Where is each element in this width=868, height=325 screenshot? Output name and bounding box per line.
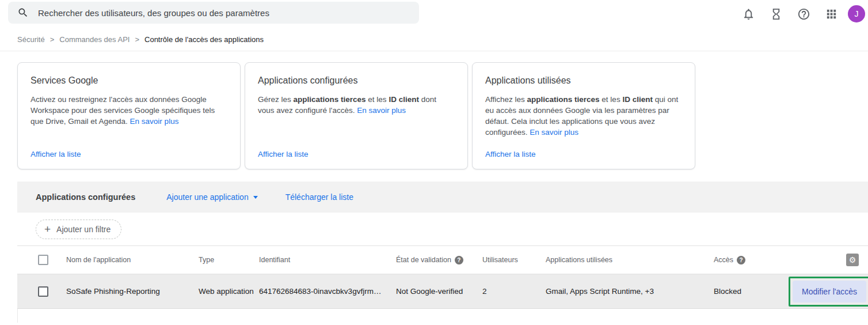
apps-grid-icon[interactable] xyxy=(817,2,845,25)
column-header-label: État de validation xyxy=(396,256,451,264)
download-list-link[interactable]: Télécharger la liste xyxy=(285,192,353,202)
add-filter-chip[interactable]: + Ajouter un filtre xyxy=(36,220,121,239)
card-configured-apps: Applications configurées Gérez les appli… xyxy=(245,62,468,169)
notifications-bell-icon[interactable] xyxy=(734,2,762,25)
learn-more-link[interactable]: En savoir plus xyxy=(530,128,578,137)
card-body: Activez ou restreignez l'accès aux donné… xyxy=(31,94,227,127)
card-body: Affichez les applications tierces et les… xyxy=(485,94,682,138)
account-avatar[interactable]: J xyxy=(845,2,868,25)
learn-more-link[interactable]: En savoir plus xyxy=(130,117,179,126)
annotation-highlight-box: Modifier l'accès xyxy=(789,277,868,307)
learn-more-link[interactable]: En savoir plus xyxy=(357,106,406,115)
info-cards: Services Google Activez ou restreignez l… xyxy=(17,62,695,169)
column-header-type[interactable]: Type xyxy=(199,256,259,264)
column-header-name[interactable]: Nom de l'application xyxy=(66,256,199,264)
chevron-down-icon xyxy=(253,196,258,199)
configured-apps-table: Applications configurées Ajouter une app… xyxy=(17,182,868,325)
topbar-actions: J xyxy=(734,2,868,25)
card-body-bold: ID client xyxy=(389,95,419,104)
cell-client-id: 641762684683-0inavcbkv3gvfjrm… xyxy=(259,287,396,296)
plus-icon: + xyxy=(44,224,51,235)
column-header-validation[interactable]: État de validation ? xyxy=(396,256,482,264)
search-bar[interactable] xyxy=(8,2,419,24)
help-icon[interactable] xyxy=(790,2,817,25)
cell-access-status: Blocked xyxy=(714,287,789,296)
breadcrumb-api-controls[interactable]: Commandes des API xyxy=(59,35,130,44)
pending-tasks-hourglass-icon[interactable] xyxy=(762,2,790,25)
cell-app-name: SoSafe Phishing-Reporting xyxy=(66,287,199,296)
row-checkbox[interactable] xyxy=(38,286,48,297)
card-body-text: Affichez les xyxy=(485,95,527,104)
cell-users-count: 2 xyxy=(482,287,546,296)
card-title: Applications configurées xyxy=(258,75,455,86)
cell-validation-status: Not Google-verified xyxy=(396,287,482,296)
add-application-dropdown[interactable]: Ajouter une application xyxy=(166,192,257,202)
table-title: Applications configurées xyxy=(36,192,135,202)
view-list-link[interactable]: Afficher la liste xyxy=(31,150,227,158)
column-header-apps[interactable]: Applications utilisées xyxy=(546,256,714,264)
column-header-label: Accès xyxy=(714,256,733,264)
breadcrumb-current-page: Contrôle de l'accès des applications xyxy=(144,35,264,44)
add-filter-label: Ajouter un filtre xyxy=(56,225,111,234)
validation-help-icon[interactable]: ? xyxy=(455,256,463,264)
card-body-bold: ID client xyxy=(622,95,653,104)
table-header-bar: Applications configurées Ajouter une app… xyxy=(17,182,868,213)
column-header-id[interactable]: Identifiant xyxy=(259,256,396,264)
table-column-headers: Nom de l'application Type Identifiant Ét… xyxy=(17,246,868,274)
search-input[interactable] xyxy=(37,7,410,18)
column-header-users[interactable]: Utilisateurs xyxy=(482,256,546,264)
filter-row: + Ajouter un filtre xyxy=(17,213,868,246)
card-body-bold: applications tierces xyxy=(527,95,600,104)
modify-access-button[interactable]: Modifier l'accès xyxy=(793,281,866,303)
card-body: Gérez les applications tierces et les ID… xyxy=(258,94,455,116)
avatar-initial: J xyxy=(848,5,865,22)
cell-type: Web application xyxy=(199,287,259,296)
manage-columns-gear-icon[interactable]: ⚙ xyxy=(846,254,859,266)
header-divider xyxy=(0,51,868,51)
table-row[interactable]: SoSafe Phishing-Reporting Web applicatio… xyxy=(17,274,868,309)
card-body-text: et les xyxy=(366,95,389,104)
search-icon xyxy=(17,7,29,18)
access-help-icon[interactable]: ? xyxy=(737,256,745,264)
select-all-checkbox[interactable] xyxy=(38,255,48,265)
breadcrumb-separator: > xyxy=(50,35,55,44)
card-title: Services Google xyxy=(31,75,227,86)
card-body-bold: applications tierces xyxy=(294,95,366,104)
breadcrumb-separator: > xyxy=(135,35,139,44)
card-google-services: Services Google Activez ou restreignez l… xyxy=(17,62,241,169)
card-accessed-apps: Applications utilisées Affichez les appl… xyxy=(472,62,695,169)
card-body-text: et les xyxy=(600,95,623,104)
card-body-text: Activez ou restreignez l'accès aux donné… xyxy=(31,95,215,126)
cell-apps-accessed: Gmail, Apps Script Runtime, +3 xyxy=(546,287,714,296)
add-application-label: Ajouter une application xyxy=(166,192,248,202)
table-body-continuation xyxy=(17,309,868,323)
view-list-link[interactable]: Afficher la liste xyxy=(485,150,682,158)
card-title: Applications utilisées xyxy=(485,75,682,86)
breadcrumb-security[interactable]: Sécurité xyxy=(17,35,45,44)
breadcrumb: Sécurité > Commandes des API > Contrôle … xyxy=(17,35,264,44)
card-body-text: Gérez les xyxy=(258,95,294,104)
view-list-link[interactable]: Afficher la liste xyxy=(258,150,455,158)
column-header-access[interactable]: Accès ? xyxy=(714,256,789,264)
